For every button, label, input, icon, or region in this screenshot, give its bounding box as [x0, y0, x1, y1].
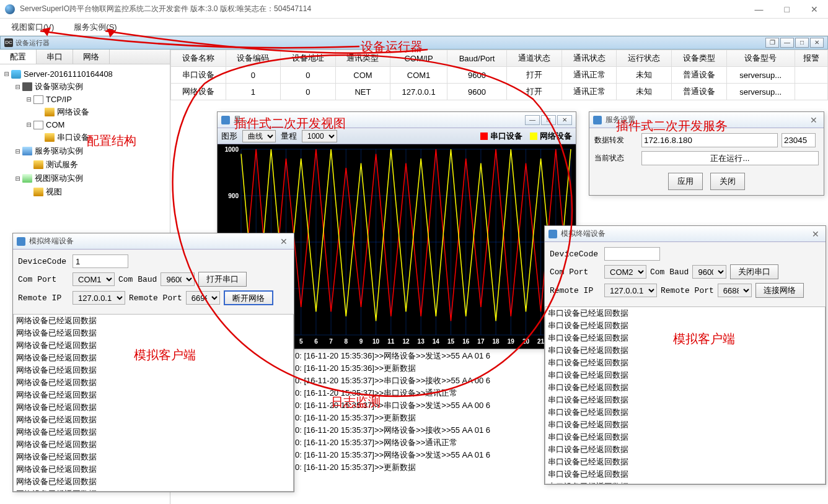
tree-view-item[interactable]: 视图 [46, 186, 62, 198]
grid-header[interactable]: COM/IP [390, 50, 447, 67]
tree-test-service[interactable]: 测试服务 [46, 159, 78, 170]
log-line[interactable]: 串口设备已经返回数据 [545, 443, 825, 456]
mdi-restore-button[interactable]: ❐ [765, 38, 779, 48]
grid-header[interactable]: 通道状态 [507, 50, 562, 67]
close-button[interactable]: ✕ [806, 3, 823, 15]
expand-icon[interactable]: ⊟ [25, 95, 33, 104]
log-line[interactable]: 网络设备已经返回数据 [14, 364, 293, 376]
log-line[interactable]: 串口设备已经返回数据 [545, 480, 825, 484]
menu-service-instance[interactable]: 服务实例(S) [70, 19, 120, 35]
term1-open-serial-button[interactable]: 打开串口 [198, 272, 247, 287]
grid-header[interactable]: 通讯状态 [562, 50, 617, 67]
term1-comport-select[interactable]: COM1 [73, 272, 115, 286]
svc-close-button[interactable]: ✕ [808, 115, 820, 125]
mdi-minimize-button[interactable]: — [780, 38, 794, 48]
log-line[interactable]: 串口设备已经返回数据 [545, 357, 825, 369]
term1-log[interactable]: 网络设备已经返回数据网络设备已经返回数据网络设备已经返回数据网络设备已经返回数据… [13, 314, 294, 492]
tree-server[interactable]: Server-20161110164408 [24, 69, 113, 79]
center-log[interactable]: 0: [16-11-20 15:35:36]>>网络设备>>发送>>55 AA … [295, 350, 546, 486]
terminal-1-window[interactable]: 模拟终端设备 ✕ DeviceCode Com Port COM1 Com Ba… [12, 233, 294, 492]
log-line[interactable]: 网络设备已经返回数据 [14, 315, 293, 327]
term2-comport-select[interactable]: COM2 [604, 265, 646, 279]
log-line[interactable]: 网络设备已经返回数据 [14, 414, 293, 426]
table-row[interactable]: 网络设备10NET127.0.0.19600打开通讯正常未知普通设备server… [171, 84, 828, 100]
log-line[interactable]: 网络设备已经返回数据 [14, 426, 293, 438]
svc-close-btn[interactable]: 关闭 [710, 173, 745, 190]
log-line[interactable]: 网络设备已经返回数据 [14, 476, 293, 488]
expand-icon[interactable]: ⊟ [2, 69, 11, 79]
device-grid[interactable]: 设备名称设备编码设备地址通讯类型COM/IPBaud/Port通道状态通讯状态运… [170, 50, 828, 100]
log-line[interactable]: 网络设备已经返回数据 [14, 438, 293, 451]
tree-com[interactable]: COM [46, 120, 64, 129]
svc-port-input[interactable] [782, 133, 816, 147]
maximize-button[interactable]: □ [780, 3, 795, 15]
grid-header[interactable]: 设备类型 [672, 50, 727, 67]
grid-header[interactable]: 设备名称 [171, 50, 226, 67]
log-line[interactable]: 网络设备已经返回数据 [14, 352, 293, 364]
tab-serial[interactable]: 串口 [37, 50, 73, 64]
log-line[interactable]: 网络设备已经返回数据 [14, 451, 293, 463]
chart-min-button[interactable]: — [525, 115, 540, 125]
tab-config[interactable]: 配置 [0, 50, 37, 64]
chart-close-button[interactable]: ✕ [557, 115, 572, 125]
log-line[interactable]: 串口设备已经返回数据 [545, 406, 825, 419]
term2-devcode-input[interactable] [604, 247, 660, 261]
term1-devcode-input[interactable] [73, 254, 128, 268]
chart-range-select[interactable]: 1000 [302, 130, 337, 142]
tree-view[interactable]: ⊟Server-20161110164408 ⊟设备驱动实例 ⊟TCP/IP 网… [0, 64, 170, 202]
log-line[interactable]: 网络设备已经返回数据 [14, 389, 293, 401]
log-line[interactable]: 串口设备已经返回数据 [545, 381, 825, 394]
term2-log[interactable]: 串口设备已经返回数据串口设备已经返回数据串口设备已经返回数据串口设备已经返回数据… [545, 306, 826, 484]
tree-serial-device[interactable]: 串口设备 [57, 132, 89, 143]
grid-header[interactable]: 设备地址 [281, 50, 336, 67]
grid-header[interactable]: 设备编码 [226, 50, 281, 67]
log-line[interactable]: 网络设备已经返回数据 [14, 327, 293, 339]
log-line[interactable]: 网络设备已经返回数据 [14, 376, 293, 389]
log-line[interactable]: 串口设备已经返回数据 [545, 431, 825, 443]
log-line[interactable]: 串口设备已经返回数据 [545, 394, 825, 406]
log-line[interactable]: 网络设备已经返回数据 [14, 463, 293, 476]
term1-close-button[interactable]: ✕ [278, 237, 290, 246]
svc-ip-input[interactable] [641, 133, 778, 147]
term2-close-serial-button[interactable]: 关闭串口 [730, 264, 778, 279]
term2-remoteip-select[interactable]: 127.0.0.1 [604, 284, 657, 297]
mdi-maximize-button[interactable]: □ [795, 38, 809, 48]
tab-network[interactable]: 网络 [73, 50, 110, 64]
log-line[interactable]: 串口设备已经返回数据 [545, 468, 825, 480]
term2-combaud-select[interactable]: 9600 [692, 265, 726, 279]
terminal-2-window[interactable]: 模拟终端设备 ✕ DeviceCode Com Port COM2 Com Ba… [544, 225, 826, 485]
log-line[interactable]: 网络设备已经返回数据 [14, 339, 293, 352]
grid-header[interactable]: 通讯类型 [335, 50, 390, 67]
log-line[interactable]: 网络设备已经返回数据 [14, 488, 293, 492]
menu-view-window[interactable]: 视图窗口(V) [7, 19, 58, 35]
term2-connect-button[interactable]: 连接网络 [755, 283, 804, 298]
minimize-button[interactable]: — [750, 3, 769, 15]
log-line[interactable]: 网络设备已经返回数据 [14, 401, 293, 414]
term2-remoteport-select[interactable]: 6688 [718, 284, 752, 297]
grid-header[interactable]: 报警 [795, 50, 827, 67]
svc-apply-button[interactable]: 应用 [668, 173, 703, 190]
chart-max-button[interactable]: □ [541, 115, 556, 125]
service-settings-window[interactable]: 服务设置 ✕ 数据转发 当前状态 应用 关闭 [589, 111, 824, 196]
mdi-close-button[interactable]: ✕ [810, 38, 824, 48]
log-line[interactable]: 串口设备已经返回数据 [545, 307, 825, 319]
expand-icon[interactable]: ⊟ [14, 147, 22, 156]
log-line[interactable]: 串口设备已经返回数据 [545, 369, 825, 381]
grid-header[interactable]: 设备型号 [726, 50, 795, 67]
log-line[interactable]: 串口设备已经返回数据 [545, 332, 825, 344]
term1-disconnect-button[interactable]: 断开网络 [224, 290, 273, 305]
term2-close-button[interactable]: ✕ [809, 229, 822, 239]
grid-header[interactable]: Baud/Port [447, 50, 507, 67]
tree-tcpip[interactable]: TCP/IP [46, 95, 72, 104]
expand-icon[interactable]: ⊟ [14, 174, 22, 183]
table-row[interactable]: 串口设备00COMCOM19600打开通讯正常未知普通设备serversup..… [171, 67, 828, 84]
tree-view-driver[interactable]: 视图驱动实例 [35, 173, 83, 184]
tree-net-device[interactable]: 网络设备 [57, 106, 89, 118]
term1-remoteport-select[interactable]: 6699 [186, 291, 220, 305]
tree-device-driver[interactable]: 设备驱动实例 [35, 81, 83, 92]
log-line[interactable]: 串口设备已经返回数据 [545, 344, 825, 357]
expand-icon[interactable]: ⊟ [14, 82, 22, 92]
term1-combaud-select[interactable]: 9600 [161, 272, 195, 286]
grid-header[interactable]: 运行状态 [617, 50, 672, 67]
log-line[interactable]: 串口设备已经返回数据 [545, 319, 825, 332]
